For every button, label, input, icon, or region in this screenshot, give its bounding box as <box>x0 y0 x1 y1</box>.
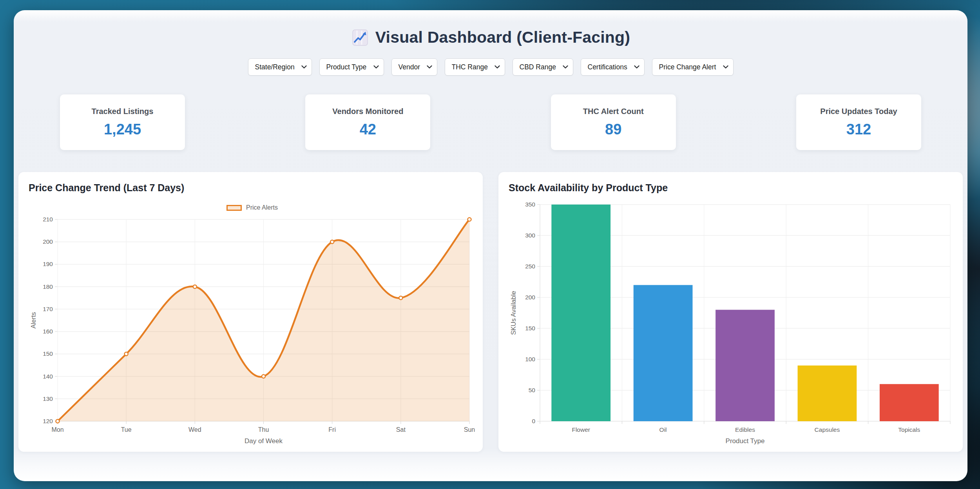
bar-capsules[interactable] <box>798 366 857 421</box>
bar-flower[interactable] <box>551 205 610 421</box>
x-tick-label: Sat <box>396 426 406 433</box>
y-tick-label: 160 <box>43 328 53 335</box>
stock-availability-chart-card: Stock Availability by Product Type 05010… <box>498 172 963 452</box>
y-tick-label: 140 <box>43 373 53 380</box>
y-tick-label: 210 <box>43 216 53 223</box>
y-tick-label: 0 <box>532 418 535 424</box>
bar-oil[interactable] <box>634 285 693 421</box>
data-point-sat[interactable] <box>399 296 402 300</box>
stat-value: 1,245 <box>104 121 141 138</box>
x-axis-title: Day of Week <box>245 437 283 445</box>
stat-card-tracked-listings: Tracked Listings 1,245 <box>60 94 185 150</box>
price-trend-chart-card: Price Change Trend (Last 7 Days) Price A… <box>18 172 483 452</box>
price-alerts-legend[interactable]: Price Alerts <box>29 203 476 212</box>
stat-label: Tracked Listings <box>92 107 154 116</box>
stat-value: 312 <box>846 121 871 138</box>
data-point-mon[interactable] <box>56 420 60 423</box>
stat-card-price-updates-today: Price Updates Today 312 <box>796 94 921 150</box>
y-tick-label: 120 <box>43 418 53 424</box>
filter-thc-range: THC Range <box>445 58 505 76</box>
y-axis-title: SKUs Available <box>510 291 517 335</box>
x-tick-label: Mon <box>51 426 63 433</box>
stock-availability-chart-title: Stock Availability by Product Type <box>509 182 956 194</box>
charts-row: Price Change Trend (Last 7 Days) Price A… <box>18 172 963 452</box>
data-point-wed[interactable] <box>193 285 197 288</box>
x-tick-label: Tue <box>121 426 132 433</box>
y-tick-label: 190 <box>43 261 53 267</box>
data-point-sun[interactable] <box>468 218 471 221</box>
stat-value: 42 <box>360 121 376 138</box>
x-tick-label: Oil <box>659 426 667 433</box>
stat-label: Vendors Monitored <box>332 107 403 116</box>
y-tick-label: 350 <box>525 201 535 208</box>
legend-label: Price Alerts <box>246 204 278 211</box>
thc-range-select[interactable]: THC Range <box>445 58 505 76</box>
filter-product-type: Product Type <box>319 58 384 76</box>
y-tick-label: 200 <box>525 294 535 301</box>
stat-card-row: Tracked Listings 1,245 Vendors Monitored… <box>14 94 967 150</box>
y-axis-title: Alerts <box>30 312 37 328</box>
data-point-thu[interactable] <box>262 375 265 378</box>
price-trend-chart-title: Price Change Trend (Last 7 Days) <box>29 182 476 194</box>
state-region-select[interactable]: State/Region <box>248 58 312 76</box>
y-tick-label: 150 <box>525 325 535 331</box>
bar-edibles[interactable] <box>716 310 775 421</box>
filter-certifications: Certifications <box>581 58 645 76</box>
bar-topicals[interactable] <box>880 384 939 421</box>
x-tick-label: Thu <box>258 426 269 433</box>
page-title: Visual Dashboard (Client-Facing) <box>375 28 630 47</box>
filter-cbd-range: CBD Range <box>513 58 573 76</box>
x-tick-label: Edibles <box>735 426 755 433</box>
filter-price-change-alert: Price Change Alert <box>652 58 734 76</box>
vendor-select[interactable]: Vendor <box>391 58 437 76</box>
filter-vendor: Vendor <box>391 58 437 76</box>
y-tick-label: 50 <box>529 387 536 393</box>
data-point-fri[interactable] <box>330 240 334 244</box>
y-tick-label: 250 <box>525 263 535 270</box>
stat-card-thc-alert-count: THC Alert Count 89 <box>551 94 676 150</box>
y-tick-label: 150 <box>43 350 53 357</box>
x-tick-label: Wed <box>188 426 201 433</box>
stat-value: 89 <box>605 121 621 138</box>
y-tick-label: 100 <box>525 356 535 362</box>
legend-swatch <box>226 205 242 211</box>
x-tick-label: Flower <box>572 426 590 433</box>
stat-label: Price Updates Today <box>820 107 897 116</box>
header: Visual Dashboard (Client-Facing) <box>14 28 967 47</box>
x-tick-label: Fri <box>328 426 336 433</box>
stat-card-vendors-monitored: Vendors Monitored 42 <box>305 94 430 150</box>
price-trend-line-chart[interactable]: 120130140150160170180190200210AlertsDay … <box>29 215 476 447</box>
product-type-select[interactable]: Product Type <box>319 58 384 76</box>
filter-state-region: State/Region <box>248 58 312 76</box>
stock-availability-bar-chart[interactable]: 050100150200250300350SKUs AvailableProdu… <box>509 199 956 447</box>
x-tick-label: Sun <box>464 426 475 433</box>
y-tick-label: 200 <box>43 238 53 245</box>
x-axis-title: Product Type <box>726 437 765 445</box>
cbd-range-select[interactable]: CBD Range <box>513 58 573 76</box>
certifications-select[interactable]: Certifications <box>581 58 645 76</box>
filter-bar: State/Region Product Type Vendor THC Ran… <box>14 58 967 76</box>
data-point-tue[interactable] <box>125 352 128 356</box>
price-change-alert-select[interactable]: Price Change Alert <box>652 58 734 76</box>
stat-label: THC Alert Count <box>583 107 644 116</box>
y-tick-label: 130 <box>43 395 53 402</box>
y-tick-label: 180 <box>43 283 53 290</box>
x-tick-label: Capsules <box>815 426 840 433</box>
y-tick-label: 300 <box>525 232 535 239</box>
chart-increasing-icon <box>351 29 369 47</box>
y-tick-label: 170 <box>43 306 53 312</box>
x-tick-label: Topicals <box>898 426 920 433</box>
dashboard-panel: Visual Dashboard (Client-Facing) State/R… <box>14 10 967 481</box>
